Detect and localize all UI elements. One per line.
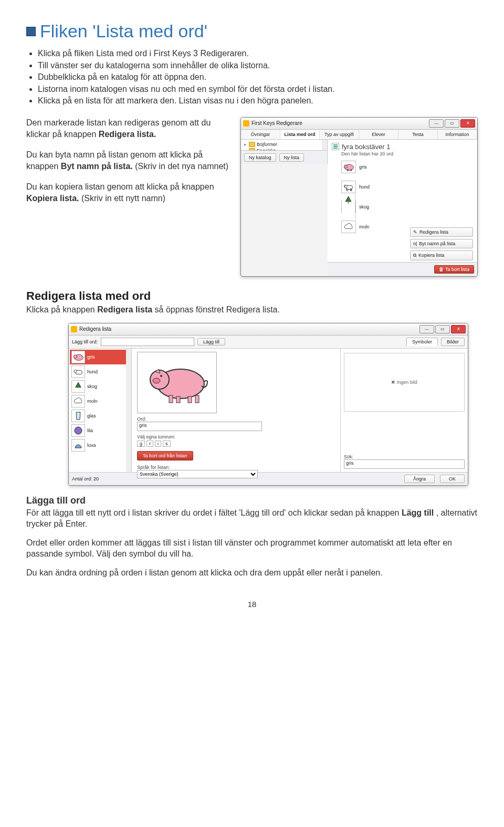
symbol-forest-icon [341,201,356,213]
word-item[interactable]: hund [70,364,130,379]
page-number: 18 [26,600,478,609]
rename-list-button[interactable]: n|Byt namn på lista [410,239,473,248]
add-word-label: Lägg till ord: [72,339,98,344]
symbol-cloud-icon [341,221,356,233]
list-icon [332,143,339,150]
maximize-button[interactable]: ▭ [445,119,459,128]
svg-rect-4 [351,170,352,171]
word-row: gris [341,161,474,173]
tab-elever[interactable]: Elever [359,130,398,139]
svg-point-19 [153,378,160,383]
delete-list-button[interactable]: 🗑 Ta bort lista [434,265,474,274]
word-item[interactable]: skog [70,379,130,394]
tab-typ-av-uppgift[interactable]: Typ av uppgift [320,130,359,139]
word-row: hund [341,181,474,193]
list-item: Listorna inom katalogen visas nu och med… [38,83,478,95]
left-text-column: Den markerade listan kan redigeras genom… [26,117,231,214]
close-button[interactable]: ✕ [460,119,475,128]
word-item[interactable]: lila [70,423,130,438]
word-count-label: Antal ord: 20 [72,476,99,481]
svg-marker-15 [76,382,81,388]
close-button[interactable]: ✕ [451,325,466,333]
tomrum-label: Välj egna tomrum: [137,434,335,439]
search-field[interactable]: gris [344,459,465,469]
minimize-button[interactable]: — [419,325,434,333]
minimize-button[interactable]: — [429,119,444,128]
search-label: Sök: [344,454,465,459]
svg-rect-8 [351,189,352,191]
right-panel: fyra bokstäver 1 Den här listan har 20 o… [328,140,477,276]
new-list-button[interactable]: Ny lista [279,153,304,162]
section-redigera-intro: Klicka på knappen Redigera lista så öppn… [26,304,478,316]
lagga-p3: Du kan ändra ordning på orden i listan g… [26,567,478,579]
tab-ovningar[interactable]: Övningar [241,130,280,139]
tab-information[interactable]: Information [438,130,477,139]
word-list-panel: gris hund skog moln glas lila luva [69,349,132,472]
symbol-forest-icon [71,380,85,393]
svg-point-14 [74,370,77,372]
image-panel: ✖ Ingen bild Sök: gris [340,349,468,472]
language-label: Språk för listan: [137,465,335,470]
app-icon [243,120,249,127]
ok-button[interactable]: OK [440,475,465,483]
word-item[interactable]: moln [70,394,130,409]
word-item[interactable]: glas [70,409,130,423]
intro-bullet-list: Klicka på fliken Lista med ord i First K… [38,48,478,107]
tab-bilder[interactable]: Bilder [441,338,465,346]
new-catalog-button[interactable]: Ny katalog [244,153,276,162]
symbol-pig-icon [341,161,356,173]
image-grid[interactable]: ✖ Ingen bild [344,353,465,412]
list-item: Klicka på fliken Lista med ord i First K… [38,48,478,59]
page-title: Fliken 'Lista med ord' [26,21,478,41]
window-title: First Keys Redigerare [251,120,427,126]
screenshot-first-keys-editor: First Keys Redigerare — ▭ ✕ Övningar Lis… [240,117,478,277]
no-image-icon: ✖ [391,380,395,385]
lagga-p1: För att lägga till ett nytt ord i listan… [26,507,478,530]
symbol-luva-icon [71,439,85,452]
list-item: Dubbelklicka på en katalog för att öppna… [38,71,478,83]
edit-list-button[interactable]: ✎Redigera lista [410,227,473,237]
svg-rect-3 [348,170,349,171]
maximize-button[interactable]: ▭ [435,325,450,333]
wordlist-scrollbar[interactable] [126,349,131,472]
svg-rect-23 [188,396,192,403]
ord-field[interactable]: gris [137,422,262,431]
add-word-button[interactable]: Lägg till [197,338,225,346]
app-icon [71,326,77,332]
svg-rect-7 [346,189,348,191]
remove-word-button[interactable]: Ta bort ord från listan [137,451,193,460]
lagga-p2: Ordet eller orden kommer att läggas till… [26,537,478,560]
word-row: skog [341,201,474,213]
window-titlebar: First Keys Redigerare — ▭ ✕ [241,118,477,130]
language-select[interactable]: Svenska (Sverige) [137,470,258,478]
tab-lista-med-ord[interactable]: Lista med ord [280,130,320,139]
list-subtitle: Den här listan har 20 ord. [341,151,474,156]
list-item: Klicka på en lista för att markera den. … [38,95,478,107]
window-titlebar: Redigera lista — ▭ ✕ [69,323,468,336]
undo-button[interactable]: Ångra [404,475,435,483]
svg-point-2 [344,166,346,168]
folder-row[interactable]: ▸Böjformer [242,141,326,148]
ord-label: Ord: [137,416,335,422]
svg-rect-21 [169,395,173,403]
symbol-glass-icon [71,410,85,422]
main-tabs: Övningar Lista med ord Typ av uppgift El… [241,130,477,140]
symbol-dog-icon [341,181,356,193]
heading-text: Fliken 'Lista med ord' [40,21,207,41]
svg-point-16 [75,427,82,434]
tomrum-letters[interactable]: gris [137,441,335,447]
symbol-cloud-icon [71,395,85,407]
tree-scrollbar[interactable] [322,140,327,151]
word-item[interactable]: luva [70,438,130,453]
svg-rect-10 [348,202,349,204]
tab-testa[interactable]: Testa [398,130,438,139]
tab-symboler[interactable]: Symboler [406,338,438,346]
symbol-pig-icon [71,351,85,363]
word-item-selected[interactable]: gris [70,350,130,364]
screenshot-redigera-lista: Redigera lista — ▭ ✕ Lägg till ord: Lägg… [68,323,468,486]
copy-list-button[interactable]: ⧉Kopiera lista [410,250,473,260]
svg-rect-24 [195,395,199,403]
symbol-dog-icon [71,365,85,378]
symbol-preview [137,352,217,413]
add-word-input[interactable] [101,338,194,346]
